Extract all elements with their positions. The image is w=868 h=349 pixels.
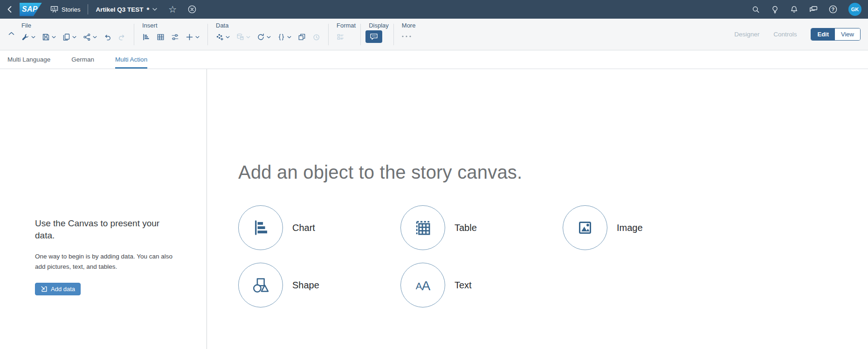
unsaved-indicator: * [147,6,150,14]
close-icon [188,5,196,14]
dataset-button[interactable] [233,30,254,44]
chevron-down-icon [93,36,97,38]
insert-chart-button[interactable] [139,30,153,44]
add-data-label: Add data [51,286,75,293]
refresh-button[interactable] [254,30,274,44]
format-button[interactable] [333,30,348,44]
back-button[interactable] [7,6,13,13]
history-button[interactable] [309,30,324,44]
object-label: Image [617,223,643,233]
chevron-down-icon [267,36,271,38]
page-tab-bar: Multi Language German Multi Action [0,50,868,69]
stories-icon [50,6,58,13]
add-data-icon [216,33,224,41]
avatar[interactable]: GK [848,3,861,16]
tab-multi-action[interactable]: Multi Action [115,50,147,69]
edit-mode-button[interactable]: Edit [811,28,835,40]
main-toolbar: File [0,19,868,50]
toolbar-section-more: More [399,19,416,50]
view-mode-button[interactable]: View [835,28,860,40]
toolbar-divider [328,24,329,45]
toolbar-right: Designer Controls Edit View [734,19,868,50]
bar-chart-icon [250,217,271,238]
toolbar-section-file: File [18,19,129,50]
chart-object-circle [238,205,283,250]
insert-table-button[interactable] [153,30,168,44]
help-button[interactable]: ? [829,5,837,14]
duplicate-button[interactable] [59,30,80,44]
notifications-button[interactable] [790,6,798,14]
sap-logo: SAP [20,3,42,16]
save-button[interactable] [39,30,59,44]
canvas-hint-panel: Use the Canvas to present your data. One… [0,69,207,349]
image-object-circle [563,205,607,250]
toolbar-section-display: Display [365,19,389,50]
story-title-menu[interactable]: Artikel Q3 TEST * [96,6,157,14]
chevron-down-icon [287,36,291,38]
table-grid-icon [412,217,434,238]
content-area: Use the Canvas to present your data. One… [0,69,868,349]
favorite-button[interactable]: ☆ [168,5,177,14]
hint-heading: Use the Canvas to present your data. [35,217,175,241]
controls-button[interactable]: Controls [773,31,797,38]
collapse-toolbar-button[interactable] [5,32,18,35]
text-icon: AA [412,274,434,296]
bell-icon [790,6,798,14]
plus-icon [186,33,193,41]
top-bar: SAP Stories Artikel Q3 TEST * ☆ [0,0,868,19]
close-story-button[interactable] [188,5,196,14]
lightbulb-icon [771,6,779,14]
formula-button[interactable] [274,30,295,44]
bar-chart-icon [142,33,150,41]
stories-nav[interactable]: Stories [50,6,80,13]
story-title: Artikel Q3 TEST [96,6,143,13]
image-icon [574,217,596,238]
chevron-down-icon [246,36,250,38]
file-section-label: File [21,22,129,29]
comment-icon [370,33,378,40]
toolbar-section-insert: Insert [139,19,203,50]
object-row-1: Chart Table Image [238,205,868,250]
undo-button[interactable] [100,30,115,44]
add-data-button[interactable]: Add data [35,283,81,295]
tools-button[interactable] [18,30,39,44]
redo-button[interactable] [115,30,129,44]
comment-mode-button[interactable] [365,30,382,43]
svg-text:A: A [421,279,430,293]
add-data-toolbar-button[interactable] [213,30,233,44]
toolbar-divider [360,24,361,45]
more-section-label: More [402,22,416,29]
more-icon [401,35,412,38]
add-text-object[interactable]: AA Text [400,263,563,307]
add-chart-object[interactable]: Chart [238,205,400,250]
linked-widgets-button[interactable] [295,30,309,44]
text-object-circle: AA [400,263,445,307]
toolbar-section-format: Format [333,19,356,50]
discussions-button[interactable] [809,6,818,13]
refresh-icon [257,33,265,41]
share-button[interactable] [80,30,100,44]
tab-german[interactable]: German [71,50,94,69]
svg-text:?: ? [832,7,835,12]
duplicate-icon [62,33,70,41]
insert-input-control-button[interactable] [168,30,182,44]
add-image-object[interactable]: Image [563,205,725,250]
object-row-2: Shape AA Text [238,263,868,307]
story-canvas: Add an object to the story canvas. Chart… [207,69,868,349]
add-table-object[interactable]: Table [400,205,563,250]
toolbar-divider [134,24,134,45]
back-icon [7,6,13,13]
topbar-separator [88,4,88,14]
insert-more-button[interactable] [182,30,203,44]
more-button[interactable] [399,30,414,42]
search-button[interactable] [752,6,760,14]
designer-button[interactable]: Designer [734,31,759,38]
add-shape-object[interactable]: Shape [238,263,400,307]
stories-label: Stories [62,6,80,13]
insert-section-label: Insert [142,22,203,29]
search-icon [752,6,760,14]
assistant-button[interactable] [771,6,779,14]
redo-icon [118,33,126,41]
wrench-icon [21,33,29,41]
tab-multi-language[interactable]: Multi Language [7,50,50,69]
